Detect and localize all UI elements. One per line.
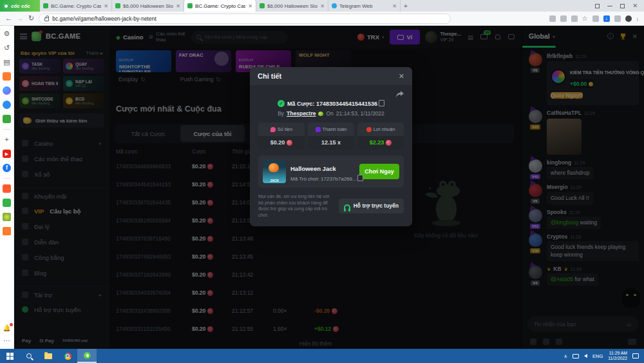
hot-crown-icon[interactable]: [3, 72, 11, 81]
profile-avatar-icon[interactable]: [625, 15, 632, 22]
market-app-icon[interactable]: [3, 213, 11, 221]
stat-value: 12.15 x: [308, 136, 354, 150]
tab-close-icon[interactable]: ✕: [248, 3, 252, 9]
sync-icon[interactable]: [614, 15, 621, 22]
tabbar-spacer: [411, 0, 589, 12]
bookmark-star-icon[interactable]: ☆: [582, 15, 588, 22]
games-icon[interactable]: [3, 115, 11, 123]
bet-author-row: By Thespectre On 21:14:53, 1/11/2022: [258, 110, 404, 117]
modal-close-icon[interactable]: ✕: [399, 72, 404, 81]
volume-icon[interactable]: [584, 354, 587, 358]
tab-close-icon[interactable]: ✕: [176, 3, 180, 9]
browser-tab[interactable]: $6,000 Halloween Slot Battl ✕: [112, 0, 184, 12]
network-icon[interactable]: [573, 354, 579, 358]
translate-icon[interactable]: [560, 15, 567, 22]
settings-gear-icon[interactable]: ⚙: [3, 30, 11, 38]
tab-search-icon[interactable]: [595, 4, 600, 8]
share-icon[interactable]: [396, 91, 404, 98]
verified-check-icon: ✓: [278, 100, 285, 107]
reload-icon[interactable]: ↻: [28, 15, 34, 22]
download-manager-icon[interactable]: ↓: [603, 15, 610, 22]
stat-label: Số tiền: [261, 126, 302, 132]
stat-box: Thanh toán 12.15 x: [308, 123, 354, 150]
bet-detail-modal: Chi tiết ✕ ✓ Mã Cược: 174830344541544153…: [250, 67, 412, 226]
minimize-button[interactable]: [607, 6, 612, 6]
sidebar-divider: [3, 178, 11, 179]
modal-title: Chi tiết: [258, 72, 281, 80]
stat-icon: [366, 127, 372, 132]
frog-emoji-icon: [318, 112, 323, 116]
taskbar-clock[interactable]: 11:29 AM 11/2/2022: [608, 351, 627, 361]
messenger-icon[interactable]: [3, 86, 11, 95]
zalo-icon[interactable]: [3, 101, 11, 109]
taskbar-search-icon[interactable]: [19, 349, 39, 363]
notifications-bell-icon[interactable]: 🔔: [3, 324, 10, 331]
save-page-icon[interactable]: [549, 15, 556, 22]
downloads-icon[interactable]: ↓: [636, 15, 639, 22]
adblock-icon[interactable]: [592, 15, 599, 22]
browser-tab[interactable]: Telegram Web ✕: [328, 0, 401, 12]
browser-tabbar: cốc cốc BC.Game: Crypto Casino Gan ✕ $6,…: [0, 0, 644, 12]
browser-tab[interactable]: $6,000 Halloween Slot Battl ✕: [256, 0, 328, 12]
tray-expand-icon[interactable]: ∧: [564, 353, 568, 359]
tab-favicon: [187, 3, 193, 8]
tab-favicon: [43, 3, 48, 8]
live-support-button[interactable]: Hỗ trợ trực tuyến: [339, 199, 404, 213]
modal-header: Chi tiết ✕: [250, 67, 412, 85]
headset-icon: [344, 204, 350, 210]
url-text: bc.game/vi/game/halloween-jack-by-netent: [52, 15, 156, 22]
play-now-button[interactable]: Chơi Ngay: [359, 164, 399, 179]
sidebar-bottom: 🔔 ⋯: [3, 324, 11, 345]
copy-icon[interactable]: [359, 176, 363, 181]
history-icon[interactable]: ↺: [3, 44, 11, 52]
chrome-taskbar-icon[interactable]: [58, 349, 77, 363]
tab-title: $6,000 Halloween Slot Battl: [123, 3, 173, 9]
bet-datetime: 21:14:53, 1/11/2022: [336, 110, 384, 117]
stat-box: Lợi nhuận $2.23: [357, 123, 404, 150]
gem-token-icon: [287, 140, 292, 146]
workspace: ⚙ ↺ ▤ + ▶ f 🔔 ⋯: [0, 26, 644, 349]
forward-icon[interactable]: →: [17, 15, 24, 22]
window-controls: ✕: [589, 0, 644, 12]
copy-icon[interactable]: [380, 101, 384, 106]
file-explorer-icon[interactable]: [39, 349, 58, 363]
tray-time: 11:29 AM: [609, 351, 627, 356]
start-button[interactable]: [0, 349, 19, 363]
more-options-icon[interactable]: ⋯: [3, 337, 11, 345]
tab-close-icon[interactable]: ✕: [104, 3, 108, 9]
tab-title: BC.Game: Crypto Casino Gan: [195, 3, 245, 9]
support-label: Hỗ trợ trực tuyến: [354, 202, 399, 209]
game-thumbnail[interactable]: JACK: [263, 160, 286, 183]
coccoc-taskbar-icon[interactable]: [77, 349, 97, 363]
newsfeed-icon[interactable]: ▤: [3, 58, 11, 66]
maximize-button[interactable]: [620, 4, 625, 8]
browser-tab[interactable]: BC.Game: Crypto Casino Gan ✕: [184, 0, 256, 12]
tab-close-icon[interactable]: ✕: [392, 3, 397, 9]
youtube-icon[interactable]: ▶: [3, 150, 11, 158]
new-tab-button[interactable]: +: [401, 0, 411, 12]
coccoc-logo-icon: [3, 3, 9, 9]
action-center-icon[interactable]: [632, 353, 639, 358]
gift-app-icon[interactable]: [3, 199, 11, 207]
tab-close-icon[interactable]: ✕: [320, 3, 325, 9]
coccoc-brand[interactable]: cốc cốc: [0, 0, 40, 12]
keyboard-language[interactable]: ENG: [592, 353, 603, 359]
add-shortcut-icon[interactable]: +: [3, 135, 11, 144]
stat-icon: [316, 127, 321, 132]
notification-dot: [10, 323, 13, 326]
browser-tab[interactable]: BC.Game: Crypto Casino Gan ✕: [40, 0, 112, 12]
tv-app-icon[interactable]: [3, 184, 11, 193]
close-window-button[interactable]: ✕: [632, 3, 638, 9]
thumbnail-label: JACK: [263, 179, 286, 182]
back-icon[interactable]: ←: [5, 15, 12, 22]
support-note: Mọi vấn đề, xin vui lòng liên hệ với bộ …: [258, 193, 334, 219]
address-field[interactable]: bc.game/vi/game/halloween-jack-by-netent: [39, 14, 451, 24]
tab-title: $6,000 Halloween Slot Battl: [267, 3, 317, 9]
cart-app-icon[interactable]: [3, 227, 11, 235]
stat-label: Thanh toán: [310, 126, 352, 132]
facebook-icon[interactable]: f: [3, 164, 11, 172]
game-title: Halloween Jack: [290, 165, 336, 172]
stat-label: Lợi nhuận: [360, 126, 401, 132]
extension-icon[interactable]: [571, 15, 578, 22]
author-username-link[interactable]: Thespectre: [287, 110, 316, 117]
